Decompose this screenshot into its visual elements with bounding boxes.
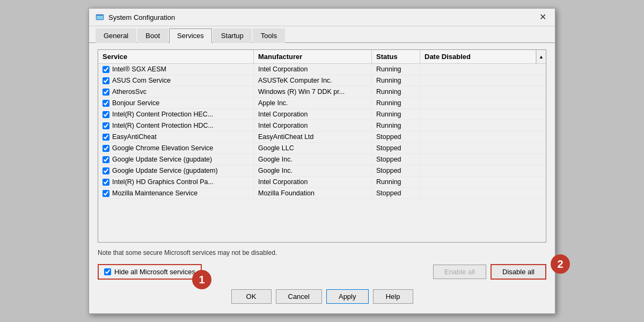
service-checkbox[interactable]	[103, 66, 109, 73]
table-row: EasyAntiCheat EasyAntiCheat Ltd Stopped	[98, 131, 546, 143]
service-checkbox[interactable]	[103, 111, 109, 118]
hide-ms-checkbox[interactable]	[104, 268, 111, 275]
service-cell: Bonjour Service	[98, 98, 254, 108]
date-cell	[420, 120, 546, 131]
date-cell	[420, 109, 546, 120]
service-checkbox[interactable]	[103, 122, 109, 129]
service-name: Bonjour Service	[112, 99, 159, 107]
status-cell: Running	[372, 64, 420, 75]
manufacturer-cell: Google LLC	[254, 143, 372, 153]
window-title: System Configuration	[108, 13, 175, 21]
table-row: Intel(R) Content Protection HEC... Intel…	[98, 109, 546, 120]
service-name: Google Update Service (gupdate)	[112, 156, 212, 163]
date-cell	[420, 98, 546, 108]
date-cell	[420, 154, 546, 165]
table-row: Intel(R) Content Protection HDC... Intel…	[98, 120, 546, 131]
service-name: Mozilla Maintenance Service	[112, 189, 197, 197]
service-cell: Google Chrome Elevation Service	[98, 143, 254, 153]
service-name: AtherosSvc	[112, 88, 147, 96]
enable-disable-buttons: Enable all Disable all 2	[433, 264, 546, 280]
content-area: Service Manufacturer Status Date Disable…	[89, 43, 555, 313]
tab-boot[interactable]: Boot	[137, 28, 168, 43]
ok-button[interactable]: OK	[231, 289, 272, 304]
table-row: Bonjour Service Apple Inc. Running	[98, 98, 546, 109]
service-checkbox[interactable]	[103, 156, 109, 163]
service-cell: AtherosSvc	[98, 86, 254, 97]
services-table: Service Manufacturer Status Date Disable…	[98, 49, 546, 243]
tab-services[interactable]: Services	[169, 28, 212, 43]
svg-rect-2	[97, 14, 103, 16]
disable-all-button[interactable]: Disable all	[491, 264, 546, 280]
date-cell	[420, 131, 546, 142]
manufacturer-cell: Intel Corporation	[254, 109, 372, 120]
service-checkbox[interactable]	[103, 190, 109, 197]
hide-ms-label[interactable]: Hide all Microsoft services	[98, 264, 202, 280]
col-manufacturer: Manufacturer	[254, 50, 372, 63]
col-date: Date Disabled	[420, 50, 536, 63]
date-cell	[420, 64, 546, 75]
badge-2: 2	[551, 254, 570, 274]
tab-startup[interactable]: Startup	[213, 28, 252, 43]
service-name: Intel® SGX AESM	[112, 65, 166, 73]
date-cell	[420, 86, 546, 97]
apply-button[interactable]: Apply	[326, 289, 369, 304]
service-cell: EasyAntiCheat	[98, 131, 254, 142]
status-cell: Stopped	[372, 154, 420, 165]
service-name: Google Update Service (gupdatem)	[112, 167, 218, 174]
service-checkbox[interactable]	[103, 145, 109, 152]
table-header: Service Manufacturer Status Date Disable…	[98, 50, 546, 64]
date-cell	[420, 188, 546, 199]
tab-tools[interactable]: Tools	[253, 28, 285, 43]
service-checkbox[interactable]	[103, 77, 109, 84]
enable-all-button[interactable]: Enable all	[433, 265, 486, 279]
manufacturer-cell: EasyAntiCheat Ltd	[254, 131, 372, 142]
date-cell	[420, 165, 546, 176]
table-row: Mozilla Maintenance Service Mozilla Foun…	[98, 188, 546, 199]
service-checkbox[interactable]	[103, 167, 109, 174]
table-row: Intel(R) HD Graphics Control Pa... Intel…	[98, 177, 546, 188]
status-cell: Stopped	[372, 188, 420, 199]
status-cell: Stopped	[372, 131, 420, 142]
date-cell	[420, 143, 546, 153]
service-checkbox[interactable]	[103, 89, 109, 96]
service-cell: ASUS Com Service	[98, 75, 254, 86]
footer-row: Hide all Microsoft services 1 Enable all…	[98, 264, 546, 280]
tab-bar: General Boot Services Startup Tools	[89, 28, 555, 43]
tab-general[interactable]: General	[96, 28, 136, 43]
service-checkbox[interactable]	[103, 100, 109, 107]
table-row: Google Chrome Elevation Service Google L…	[98, 143, 546, 154]
col-status: Status	[372, 50, 420, 63]
table-row: Google Update Service (gupdate) Google I…	[98, 154, 546, 165]
service-cell: Intel(R) HD Graphics Control Pa...	[98, 177, 254, 187]
manufacturer-cell: Google Inc.	[254, 154, 372, 165]
table-row: Google Update Service (gupdatem) Google …	[98, 165, 546, 177]
manufacturer-cell: ASUSTeK Computer Inc.	[254, 75, 372, 86]
help-button[interactable]: Help	[373, 289, 413, 304]
service-name: Google Chrome Elevation Service	[112, 144, 213, 152]
footer-note: Note that some secure Microsoft services…	[98, 247, 546, 259]
status-cell: Running	[372, 86, 420, 97]
status-cell: Stopped	[372, 165, 420, 176]
service-cell: Google Update Service (gupdatem)	[98, 165, 254, 176]
table-body: Intel® SGX AESM Intel Corporation Runnin…	[98, 64, 546, 242]
service-name: ASUS Com Service	[112, 77, 171, 84]
service-checkbox[interactable]	[103, 134, 109, 141]
close-button[interactable]: ✕	[537, 13, 548, 21]
service-checkbox[interactable]	[103, 179, 109, 186]
scroll-up-button[interactable]: ▲	[536, 50, 546, 63]
status-cell: Running	[372, 109, 420, 120]
service-name: Intel(R) HD Graphics Control Pa...	[112, 178, 214, 186]
cancel-button[interactable]: Cancel	[276, 289, 322, 304]
service-cell: Intel(R) Content Protection HDC...	[98, 120, 254, 131]
hide-ms-container: Hide all Microsoft services 1	[98, 264, 202, 280]
svg-rect-1	[97, 16, 103, 19]
date-cell	[420, 177, 546, 187]
service-cell: Google Update Service (gupdate)	[98, 154, 254, 165]
manufacturer-cell: Intel Corporation	[254, 177, 372, 187]
table-row: AtherosSvc Windows (R) Win 7 DDK pr... R…	[98, 86, 546, 98]
service-cell: Intel(R) Content Protection HEC...	[98, 109, 254, 120]
manufacturer-cell: Windows (R) Win 7 DDK pr...	[254, 86, 372, 97]
status-cell: Running	[372, 177, 420, 187]
manufacturer-cell: Intel Corporation	[254, 120, 372, 131]
service-name: Intel(R) Content Protection HEC...	[112, 111, 213, 118]
